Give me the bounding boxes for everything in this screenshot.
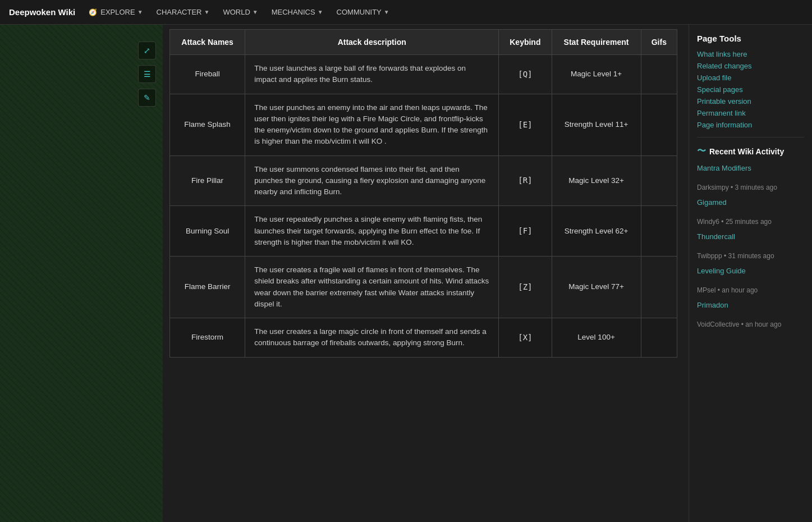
col-header-keybind: Keybind bbox=[499, 30, 552, 55]
table-row: Flame BarrierThe user creates a fragile … bbox=[170, 257, 677, 318]
left-sidebar: ⤢ ☰ ✎ bbox=[0, 25, 163, 522]
table-row: FireballThe user launches a large ball o… bbox=[170, 55, 677, 94]
chevron-down-icon: ▼ bbox=[137, 9, 143, 15]
activity-item-meta: MPsel • an hour ago bbox=[697, 286, 758, 294]
cell-attack-name: Fireball bbox=[170, 55, 245, 94]
chevron-down-icon: ▼ bbox=[204, 9, 209, 15]
activity-item-link[interactable]: Primadon bbox=[697, 301, 804, 309]
cell-gif bbox=[641, 55, 677, 94]
edit-icon: ✎ bbox=[144, 93, 150, 102]
table-row: Fire PillarThe user summons condensed fl… bbox=[170, 155, 677, 206]
cell-gif bbox=[641, 257, 677, 318]
cell-attack-desc: The user summons condensed flames into t… bbox=[245, 155, 499, 206]
cell-attack-desc: The user repeatedly punches a single ene… bbox=[245, 206, 499, 257]
activity-item-meta: Darksimpy • 3 minutes ago bbox=[697, 184, 777, 191]
activity-item-link[interactable]: Gigamed bbox=[697, 198, 804, 207]
col-header-gifs: Gifs bbox=[641, 30, 677, 55]
activity-item-link[interactable]: Mantra Modifiers bbox=[697, 164, 804, 172]
expand-icon-button[interactable]: ⤢ bbox=[138, 42, 156, 59]
menu-icon-button[interactable]: ☰ bbox=[138, 65, 156, 83]
top-navigation: Deepwoken Wiki 🧭 EXPLORE ▼ CHARACTER ▼ W… bbox=[0, 0, 812, 25]
cell-keybind: [R] bbox=[499, 155, 552, 206]
page-tools-link-1[interactable]: Related changes bbox=[697, 62, 804, 70]
cell-keybind: [Q] bbox=[499, 55, 552, 94]
cell-attack-name: Flame Barrier bbox=[170, 257, 245, 318]
right-sidebar: Page Tools What links here Related chang… bbox=[689, 25, 812, 522]
nav-character[interactable]: CHARACTER ▼ bbox=[157, 8, 210, 16]
nav-explore[interactable]: 🧭 EXPLORE ▼ bbox=[89, 8, 143, 16]
cell-keybind: [E] bbox=[499, 94, 552, 155]
attack-table: Attack Names Attack description Keybind … bbox=[169, 29, 677, 358]
edit-icon-button[interactable]: ✎ bbox=[138, 89, 156, 107]
sidebar-icon-group: ⤢ ☰ ✎ bbox=[138, 42, 156, 107]
main-content: Attack Names Attack description Keybind … bbox=[163, 25, 689, 522]
page-tools-link-4[interactable]: Printable version bbox=[697, 97, 804, 106]
page-tools-link-6[interactable]: Page information bbox=[697, 121, 804, 129]
cell-attack-desc: The user creates a fragile wall of flame… bbox=[245, 257, 499, 318]
cell-stat: Strength Level 62+ bbox=[552, 206, 641, 257]
nav-mechanics[interactable]: MECHANICS ▼ bbox=[272, 8, 323, 16]
cell-gif bbox=[641, 206, 677, 257]
cell-keybind: [Z] bbox=[499, 257, 552, 318]
cell-attack-desc: The user creates a large magic circle in… bbox=[245, 318, 499, 358]
cell-attack-name: Flame Splash bbox=[170, 94, 245, 155]
table-container: Attack Names Attack description Keybind … bbox=[163, 25, 689, 369]
col-header-stat: Stat Requirement bbox=[552, 30, 641, 55]
page-wrapper: ⤢ ☰ ✎ Attack Names Attack description Ke… bbox=[0, 25, 812, 522]
cell-attack-name: Firestorm bbox=[170, 318, 245, 358]
expand-icon: ⤢ bbox=[144, 46, 150, 55]
col-header-attack-names: Attack Names bbox=[170, 30, 245, 55]
page-tools-link-3[interactable]: Special pages bbox=[697, 85, 804, 94]
table-header-row: Attack Names Attack description Keybind … bbox=[170, 30, 677, 55]
activity-item-link[interactable]: Leveling Guide bbox=[697, 267, 804, 275]
recent-activity-title: 〜 Recent Wiki Activity bbox=[697, 145, 804, 157]
cell-keybind: [F] bbox=[499, 206, 552, 257]
page-tools-title: Page Tools bbox=[697, 34, 804, 43]
activity-item-meta: Windy6 • 25 minutes ago bbox=[697, 218, 772, 226]
cell-stat: Strength Level 11+ bbox=[552, 94, 641, 155]
cell-gif bbox=[641, 155, 677, 206]
cell-gif bbox=[641, 94, 677, 155]
activity-item-link[interactable]: Thundercall bbox=[697, 232, 804, 241]
chevron-down-icon: ▼ bbox=[318, 9, 323, 15]
cell-stat: Magic Level 1+ bbox=[552, 55, 641, 94]
chevron-down-icon: ▼ bbox=[384, 9, 389, 15]
cell-attack-name: Fire Pillar bbox=[170, 155, 245, 206]
sidebar-divider bbox=[697, 137, 804, 138]
cell-keybind: [X] bbox=[499, 318, 552, 358]
activity-item: ThundercallTwibppp • 31 minutes ago bbox=[697, 232, 804, 260]
chevron-down-icon: ▼ bbox=[253, 9, 258, 15]
cell-stat: Magic Level 77+ bbox=[552, 257, 641, 318]
activity-item: GigamedWindy6 • 25 minutes ago bbox=[697, 198, 804, 226]
nav-community[interactable]: COMMUNITY ▼ bbox=[337, 8, 389, 16]
page-tools-link-5[interactable]: Permanent link bbox=[697, 109, 804, 117]
cell-attack-name: Burning Soul bbox=[170, 206, 245, 257]
page-tools-link-2[interactable]: Upload file bbox=[697, 74, 804, 82]
activity-item: PrimadonVoidCollective • an hour ago bbox=[697, 301, 804, 328]
activity-item-meta: Twibppp • 31 minutes ago bbox=[697, 252, 774, 260]
col-header-attack-desc: Attack description bbox=[245, 30, 499, 55]
activity-icon: 〜 bbox=[697, 145, 706, 157]
activity-list: Mantra ModifiersDarksimpy • 3 minutes ag… bbox=[697, 164, 804, 328]
table-row: Burning SoulThe user repeatedly punches … bbox=[170, 206, 677, 257]
activity-item: Mantra ModifiersDarksimpy • 3 minutes ag… bbox=[697, 164, 804, 191]
cell-stat: Level 100+ bbox=[552, 318, 641, 358]
page-tools-link-0[interactable]: What links here bbox=[697, 50, 804, 58]
cell-stat: Magic Level 32+ bbox=[552, 155, 641, 206]
activity-item: Leveling GuideMPsel • an hour ago bbox=[697, 267, 804, 294]
site-title[interactable]: Deepwoken Wiki bbox=[9, 7, 75, 17]
table-row: Flame SplashThe user punches an enemy in… bbox=[170, 94, 677, 155]
activity-item-meta: VoidCollective • an hour ago bbox=[697, 320, 781, 328]
menu-icon: ☰ bbox=[144, 70, 151, 79]
cell-attack-desc: The user launches a large ball of fire f… bbox=[245, 55, 499, 94]
table-row: FirestormThe user creates a large magic … bbox=[170, 318, 677, 358]
nav-world[interactable]: WORLD ▼ bbox=[223, 8, 258, 16]
cell-attack-desc: The user punches an enemy into the air a… bbox=[245, 94, 499, 155]
cell-gif bbox=[641, 318, 677, 358]
